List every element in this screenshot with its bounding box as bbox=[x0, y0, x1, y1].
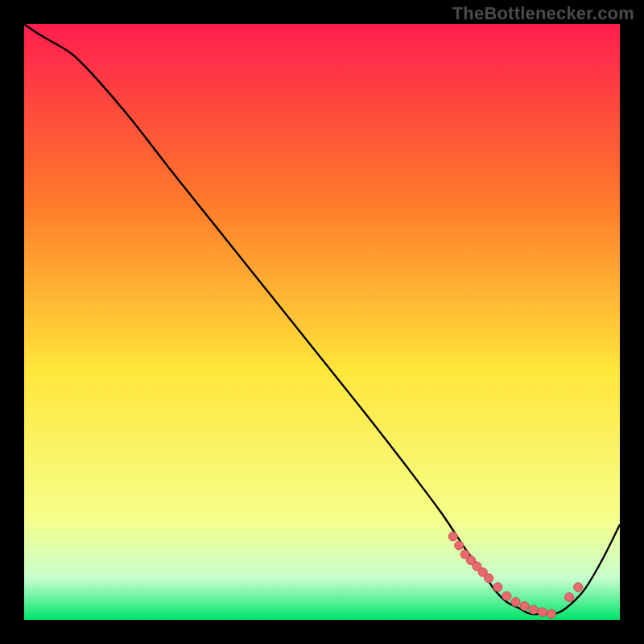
chart-frame: TheBottlenecker.com bbox=[0, 0, 644, 644]
curve-marker bbox=[502, 592, 511, 601]
curve-marker bbox=[448, 532, 457, 541]
curve-marker bbox=[520, 601, 529, 610]
curve-marker bbox=[538, 608, 547, 617]
curve-marker bbox=[511, 597, 520, 606]
plot-background bbox=[24, 24, 620, 620]
curve-marker bbox=[485, 574, 493, 583]
bottleneck-chart bbox=[24, 24, 620, 620]
curve-marker bbox=[574, 583, 583, 592]
curve-marker bbox=[493, 583, 502, 592]
curve-marker bbox=[565, 592, 574, 601]
curve-marker bbox=[455, 541, 464, 550]
watermark-text: TheBottlenecker.com bbox=[452, 3, 634, 24]
curve-marker bbox=[529, 605, 538, 614]
curve-marker bbox=[547, 609, 555, 618]
